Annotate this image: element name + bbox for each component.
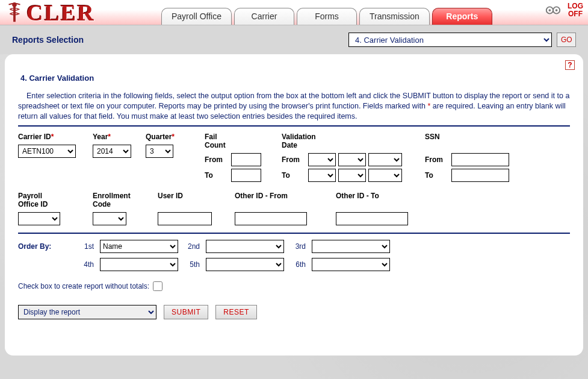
order-by-label: Order By:: [18, 242, 72, 251]
fail-from-label: From: [205, 155, 231, 164]
output-select[interactable]: Display the report: [18, 305, 156, 319]
vdate-from-label: From: [282, 155, 308, 164]
gears-icon[interactable]: [545, 4, 562, 17]
no-totals-row: Check box to create report without total…: [18, 280, 570, 293]
other-to-input[interactable]: [336, 212, 408, 225]
help-icon[interactable]: ?: [565, 60, 575, 70]
report-select[interactable]: 4. Carrier Validation: [348, 33, 552, 47]
reset-button[interactable]: RESET: [215, 305, 257, 319]
other-from-input[interactable]: [235, 212, 307, 225]
no-totals-checkbox[interactable]: [153, 281, 162, 291]
tab-carrier[interactable]: Carrier: [234, 8, 294, 25]
caduceus-icon: [5, 1, 24, 24]
order-4-select[interactable]: [100, 258, 178, 271]
app-logo: CLER: [0, 0, 95, 26]
order-3-select[interactable]: [312, 240, 390, 253]
label-other-to: Other ID - To: [336, 192, 426, 200]
tab-reports[interactable]: Reports: [432, 8, 492, 25]
logoff-link[interactable]: LOG OFF: [568, 2, 583, 18]
order-6-label: 6th: [290, 260, 306, 269]
subheader: Reports Selection 4. Carrier Validation …: [0, 25, 588, 54]
quarter-select[interactable]: 3: [146, 145, 173, 158]
criteria-row-2: PayrollOffice ID EnrollmentCode User ID …: [18, 192, 570, 225]
label-quarter: Quarter*: [146, 133, 194, 141]
order-5-label: 5th: [184, 260, 200, 269]
criteria-row-1: Carrier ID* AETN100 Year* 2014 Quarter* …: [18, 133, 570, 184]
vdate-from-year[interactable]: [368, 153, 402, 166]
fail-from-input[interactable]: [231, 153, 261, 166]
order-4-label: 4th: [78, 260, 94, 269]
tab-transmission[interactable]: Transmission: [359, 8, 430, 25]
order-1-label: 1st: [78, 242, 94, 251]
label-ssn: SSN: [425, 133, 521, 141]
order-3-label: 3rd: [290, 242, 306, 251]
enrollment-code-select[interactable]: [93, 212, 126, 225]
ssn-to-label: To: [425, 171, 451, 180]
ssn-to-input[interactable]: [451, 169, 509, 182]
label-other-from: Other ID - From: [235, 192, 325, 200]
order-row-2: 4th 5th 6th: [18, 258, 570, 271]
payroll-office-select[interactable]: [18, 212, 60, 225]
fail-to-label: To: [205, 171, 231, 180]
label-carrier-id: Carrier ID*: [18, 133, 82, 141]
fail-to-input[interactable]: [231, 169, 261, 182]
carrier-id-select[interactable]: AETN100: [18, 145, 76, 158]
vdate-to-label: To: [282, 171, 308, 180]
svg-point-3: [549, 9, 551, 11]
svg-point-5: [556, 9, 558, 11]
instructions: Enter selection criteria in the followin…: [18, 91, 570, 122]
vdate-from-month[interactable]: [308, 153, 336, 166]
order-2-select[interactable]: [206, 240, 284, 253]
label-year: Year*: [93, 133, 135, 141]
app-header: CLER Payroll Office Carrier Forms Transm…: [0, 0, 588, 25]
tab-payroll-office[interactable]: Payroll Office: [161, 8, 232, 25]
divider-top: [18, 125, 570, 127]
user-id-input[interactable]: [158, 212, 212, 225]
label-payroll-office: PayrollOffice ID: [18, 192, 82, 208]
label-user-id: User ID: [158, 192, 224, 200]
logoff-line2: OFF: [568, 10, 583, 18]
ssn-from-input[interactable]: [451, 153, 509, 166]
divider-mid: [18, 233, 570, 234]
logo-text: CLER: [26, 0, 95, 26]
label-fail-count: FailCount: [205, 133, 271, 149]
action-row: Display the report SUBMIT RESET: [18, 305, 570, 319]
submit-button[interactable]: SUBMIT: [164, 305, 208, 319]
ssn-from-label: From: [425, 155, 451, 164]
go-button[interactable]: GO: [557, 33, 576, 47]
page-title: Reports Selection: [12, 35, 84, 45]
year-select[interactable]: 2014: [93, 145, 131, 158]
vdate-to-year[interactable]: [368, 169, 402, 182]
order-2-label: 2nd: [184, 242, 200, 251]
order-6-select[interactable]: [312, 258, 390, 271]
order-5-select[interactable]: [206, 258, 284, 271]
label-validation-date: ValidationDate: [282, 133, 414, 149]
nav-tabs: Payroll Office Carrier Forms Transmissio…: [161, 8, 495, 25]
panel-title: 4. Carrier Validation: [20, 74, 570, 83]
order-1-select[interactable]: Name: [100, 240, 178, 253]
label-enrollment-code: EnrollmentCode: [93, 192, 147, 208]
report-panel: ? 4. Carrier Validation Enter selection …: [5, 54, 583, 356]
report-picker: 4. Carrier Validation: [348, 33, 552, 47]
vdate-to-month[interactable]: [308, 169, 336, 182]
vdate-to-day[interactable]: [338, 169, 366, 182]
tab-forms[interactable]: Forms: [297, 8, 357, 25]
no-totals-label: Check box to create report without total…: [18, 282, 149, 290]
header-right: LOG OFF: [545, 2, 583, 18]
vdate-from-day[interactable]: [338, 153, 366, 166]
order-row-1: Order By: 1st Name 2nd 3rd: [18, 240, 570, 253]
